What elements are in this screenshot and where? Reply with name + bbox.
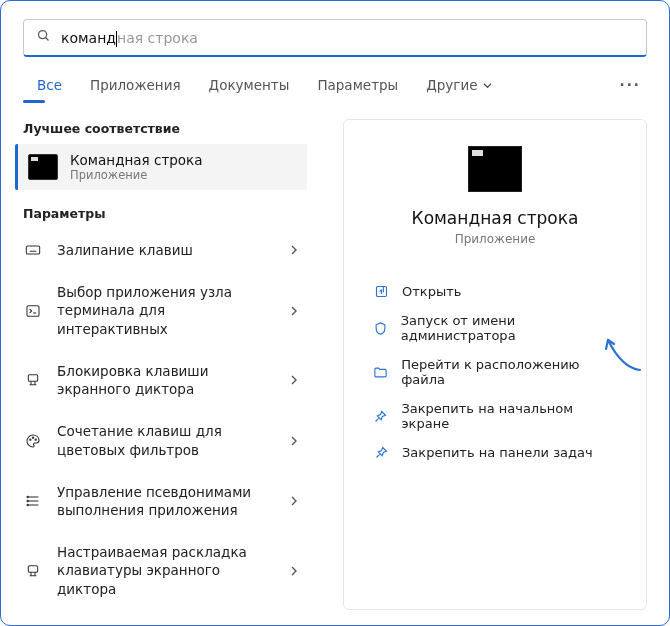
pin-icon (372, 445, 390, 460)
tab-documents[interactable]: Документы (195, 71, 304, 103)
settings-result-item[interactable]: Выбор приложения узла терминала для инте… (9, 271, 313, 350)
open-icon (372, 284, 390, 299)
chevron-right-icon (289, 242, 299, 258)
settings-item-label: Управление псевдонимами выполнения прило… (57, 483, 275, 519)
preview-subtitle: Приложение (372, 232, 618, 246)
best-match-subtitle: Приложение (70, 168, 203, 182)
pin-icon (372, 409, 389, 424)
settings-result-item[interactable]: Раскладка клавиатуры экранного диктора (9, 610, 313, 622)
settings-result-item[interactable]: Блокировка клавиши экранного диктора (9, 350, 313, 410)
action-label: Закрепить на панели задач (402, 445, 593, 460)
action-label: Перейти к расположению файла (401, 357, 618, 387)
chevron-right-icon (289, 372, 299, 388)
filter-tabs: Все Приложения Документы Параметры Други… (1, 57, 669, 103)
settings-result-item[interactable]: Залипание клавиш (9, 229, 313, 271)
narrator-icon (23, 372, 43, 388)
terminal-icon (23, 303, 43, 319)
best-match-header: Лучшее соответствие (1, 117, 321, 144)
settings-header: Параметры (1, 202, 321, 229)
folder-icon (372, 365, 389, 380)
tab-settings[interactable]: Параметры (303, 71, 412, 103)
tab-all[interactable]: Все (23, 71, 76, 103)
tab-more[interactable]: Другие (412, 71, 505, 103)
action-label: Открыть (402, 284, 461, 299)
cmd-icon (28, 154, 58, 180)
best-match-item[interactable]: Командная строка Приложение (15, 144, 307, 190)
chevron-right-icon (289, 433, 299, 449)
preview-title: Командная строка (372, 208, 618, 228)
text-caret (116, 31, 117, 47)
action-label: Запуск от имени администратора (401, 313, 618, 343)
settings-result-item[interactable]: Настраиваемая раскладка клавиатуры экран… (9, 531, 313, 610)
best-match-title: Командная строка (70, 152, 203, 168)
chevron-down-icon (483, 77, 492, 93)
overflow-button[interactable]: ··· (616, 71, 645, 103)
shield-icon (372, 321, 389, 336)
svg-line-1 (46, 38, 49, 41)
svg-point-0 (39, 31, 47, 39)
settings-item-label: Настраиваемая раскладка клавиатуры экран… (57, 543, 275, 598)
settings-result-item[interactable]: Сочетание клавиш для цветовых фильтров (9, 410, 313, 470)
settings-item-label: Выбор приложения узла терминала для инте… (57, 283, 275, 338)
alias-icon (23, 493, 43, 509)
chevron-right-icon (289, 493, 299, 509)
search-input[interactable]: командная строка (61, 30, 198, 46)
action-label: Закрепить на начальном экране (401, 401, 618, 431)
preview-app-icon (468, 146, 522, 192)
action-pin[interactable]: Закрепить на начальном экране (372, 401, 618, 431)
settings-item-label: Блокировка клавиши экранного диктора (57, 362, 275, 398)
action-open-location[interactable]: Перейти к расположению файла (372, 357, 618, 387)
results-pane: Лучшее соответствие Командная строка При… (1, 103, 321, 622)
settings-result-item[interactable]: Управление псевдонимами выполнения прило… (9, 471, 313, 531)
palette-icon (23, 433, 43, 449)
action-open[interactable]: Открыть (372, 284, 618, 299)
narrator-icon (23, 563, 43, 579)
search-bar[interactable]: командная строка (23, 19, 647, 57)
settings-item-label: Сочетание клавиш для цветовых фильтров (57, 422, 275, 458)
active-tab-indicator (23, 100, 45, 103)
settings-item-label: Залипание клавиш (57, 241, 275, 259)
chevron-right-icon (289, 303, 299, 319)
preview-pane: Командная строка Приложение ОткрытьЗапус… (321, 103, 669, 622)
action-run-as-admin[interactable]: Запуск от имени администратора (372, 313, 618, 343)
action-pin[interactable]: Закрепить на панели задач (372, 445, 618, 460)
chevron-right-icon (289, 563, 299, 579)
search-icon (36, 28, 51, 47)
tab-apps[interactable]: Приложения (76, 71, 195, 103)
keyboard-icon (23, 242, 43, 258)
